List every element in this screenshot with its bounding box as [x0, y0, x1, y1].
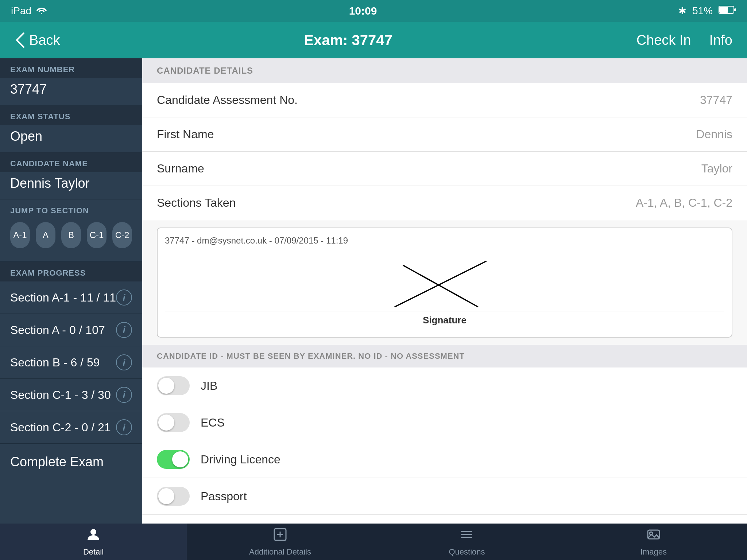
tab-questions-label: Questions [449, 547, 485, 557]
page-title: Exam: 37747 [304, 32, 392, 48]
candidate-id-header: CANDIDATE ID - MUST BE SEEN BY EXAMINER.… [142, 345, 747, 368]
progress-item-c2[interactable]: Section C-2 - 0 / 21 i [0, 411, 142, 444]
check-in-button[interactable]: Check In [636, 32, 691, 48]
info-icon-c1[interactable]: i [116, 387, 132, 403]
info-icon-a1[interactable]: i [116, 289, 132, 306]
toggle-knob-passport [158, 488, 174, 504]
detail-value-3: A-1, A, B, C-1, C-2 [636, 196, 732, 210]
toggle-row-passport: Passport [142, 478, 747, 515]
content-panel: CANDIDATE DETAILS Candidate Assessment N… [142, 58, 747, 524]
detail-label-0: Candidate Assessment No. [157, 93, 298, 107]
jump-btn-a[interactable]: A [36, 222, 55, 248]
toggle-passport[interactable] [157, 487, 190, 506]
toggle-row-ecs: ECS [142, 404, 747, 441]
jump-section-header: JUMP TO SECTION [10, 206, 132, 218]
wifi-icon [36, 5, 47, 17]
progress-label-c1: Section C-1 - 3 / 30 [10, 388, 111, 402]
info-icon-a[interactable]: i [116, 322, 132, 338]
tab-additional-details[interactable]: Additional Details [187, 524, 374, 560]
detail-value-1: Dennis [696, 128, 732, 141]
tab-additional-label: Additional Details [249, 547, 311, 557]
exam-status-value: Open [0, 125, 142, 152]
status-bar: iPad 10:09 ✱ 51% [0, 0, 747, 22]
tab-detail[interactable]: Detail [0, 524, 187, 560]
sidebar: EXAM NUMBER 37747 EXAM STATUS Open CANDI… [0, 58, 142, 524]
signature-container: 37747 - dm@sysnet.co.uk - 07/09/2015 - 1… [157, 228, 732, 338]
svg-point-6 [90, 529, 96, 535]
toggle-knob-driving [172, 451, 188, 467]
progress-item-a[interactable]: Section A - 0 / 107 i [0, 314, 142, 346]
toggle-row-driving: Driving Licence [142, 441, 747, 478]
nav-bar: Back Exam: 37747 Check In Info [0, 22, 747, 58]
tab-detail-label: Detail [83, 547, 104, 557]
detail-row-2: Surname Taylor [142, 152, 747, 186]
toggle-row-other: Other [142, 515, 747, 524]
progress-label-b: Section B - 6 / 59 [10, 356, 100, 369]
progress-item-c1[interactable]: Section C-1 - 3 / 30 i [0, 379, 142, 411]
progress-label-c2: Section C-2 - 0 / 21 [10, 421, 111, 434]
time-label: 10:09 [349, 5, 377, 17]
signature-line [165, 311, 724, 311]
toggle-label-jib: JIB [201, 379, 217, 393]
toggle-label-ecs: ECS [201, 416, 225, 429]
jump-to-section: JUMP TO SECTION A-1 A B C-1 C-2 [0, 199, 142, 261]
candidate-name-header: CANDIDATE NAME [0, 152, 142, 172]
progress-item-b[interactable]: Section B - 6 / 59 i [0, 346, 142, 379]
toggle-jib[interactable] [157, 376, 190, 395]
toggle-row-jib: JIB [142, 368, 747, 404]
svg-point-15 [461, 537, 462, 538]
back-label: Back [29, 32, 60, 48]
detail-row-0: Candidate Assessment No. 37747 [142, 83, 747, 117]
signature-drawing [165, 253, 724, 315]
bluetooth-icon: ✱ [678, 5, 686, 17]
svg-point-14 [461, 534, 462, 535]
signature-meta: 37747 - dm@sysnet.co.uk - 07/09/2015 - 1… [165, 236, 724, 246]
detail-value-2: Taylor [701, 162, 732, 175]
exam-number-value: 37747 [0, 78, 142, 105]
toggle-driving[interactable] [157, 450, 190, 469]
candidate-name-value: Dennis Taylor [0, 172, 142, 199]
battery-percent: 51% [692, 5, 713, 17]
tab-additional-icon [273, 527, 287, 545]
info-button[interactable]: Info [709, 32, 732, 48]
toggle-label-passport: Passport [201, 490, 247, 503]
progress-item-a1[interactable]: Section A-1 - 11 / 11 i [0, 281, 142, 314]
signature-label: Signature [423, 315, 467, 326]
progress-label-a1: Section A-1 - 11 / 11 [10, 291, 116, 304]
toggle-knob-jib [158, 378, 174, 394]
jump-btn-a1[interactable]: A-1 [10, 222, 30, 248]
info-icon-b[interactable]: i [116, 354, 132, 370]
jump-btn-b[interactable]: B [61, 222, 81, 248]
toggle-ecs[interactable] [157, 413, 190, 432]
exam-number-header: EXAM NUMBER [0, 58, 142, 78]
tab-images-icon [646, 527, 661, 545]
svg-rect-2 [734, 8, 736, 11]
tab-questions[interactable]: Questions [374, 524, 560, 560]
toggle-label-driving: Driving Licence [201, 453, 280, 466]
detail-row-1: First Name Dennis [142, 117, 747, 152]
detail-value-0: 37747 [700, 93, 732, 107]
tab-images-label: Images [640, 547, 667, 557]
svg-point-13 [461, 531, 462, 532]
detail-label-2: Surname [157, 162, 204, 175]
complete-exam-button[interactable]: Complete Exam [0, 444, 142, 480]
tab-bar: Detail Additional Details Questions [0, 524, 747, 560]
back-button[interactable]: Back [15, 32, 60, 48]
main-layout: EXAM NUMBER 37747 EXAM STATUS Open CANDI… [0, 58, 747, 524]
jump-btn-c1[interactable]: C-1 [87, 222, 107, 248]
signature-area: Signature [165, 249, 724, 330]
tab-detail-icon [86, 527, 101, 545]
jump-btn-c2[interactable]: C-2 [112, 222, 132, 248]
toggle-knob-ecs [158, 415, 174, 431]
candidate-details-header: CANDIDATE DETAILS [142, 58, 747, 83]
svg-rect-3 [719, 7, 728, 13]
exam-progress-header: EXAM PROGRESS [0, 262, 142, 281]
svg-point-0 [41, 13, 42, 14]
carrier-label: iPad [11, 5, 31, 17]
tab-images[interactable]: Images [560, 524, 747, 560]
info-icon-c2[interactable]: i [116, 419, 132, 435]
detail-row-3: Sections Taken A-1, A, B, C-1, C-2 [142, 186, 747, 220]
detail-label-1: First Name [157, 128, 214, 141]
battery-icon [719, 5, 736, 17]
jump-buttons: A-1 A B C-1 C-2 [10, 218, 132, 255]
